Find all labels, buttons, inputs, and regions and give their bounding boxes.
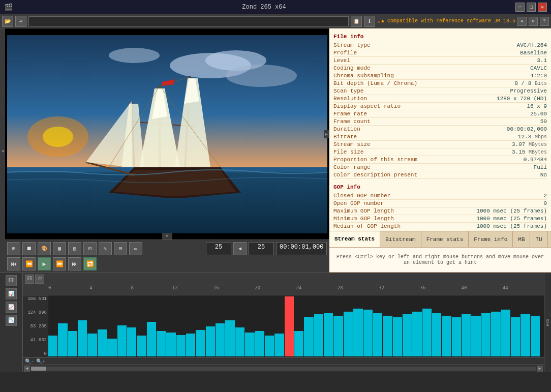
chart-bar-icon[interactable]: 📊 <box>6 288 17 299</box>
chart-bar[interactable] <box>216 323 225 356</box>
video-right-expand[interactable]: ▶ <box>324 130 329 138</box>
tab-bitstream[interactable]: Bitstream <box>380 231 421 247</box>
go-end-button[interactable]: ⏭ <box>68 257 81 270</box>
chart-area-icon[interactable]: 📉 <box>6 315 17 326</box>
chart-bar[interactable] <box>157 331 166 356</box>
timeline-chart[interactable]: 166 531124 89883 26541 6320 <box>23 295 544 357</box>
copy-button[interactable]: 📋 <box>351 16 362 27</box>
chart-bar[interactable] <box>373 313 382 356</box>
file-path-input[interactable]: ... SDK x64\Samples\Media\output\output.… <box>28 16 349 26</box>
film-icon[interactable]: 🎞 <box>6 275 17 286</box>
chart-bar[interactable] <box>304 317 313 356</box>
timeline-film-icon[interactable]: 🎞 <box>25 275 34 284</box>
chart-bar[interactable] <box>98 329 107 356</box>
tab-frame-stats[interactable]: Frame stats <box>421 231 469 247</box>
chart-bar[interactable] <box>265 336 274 356</box>
close-button[interactable]: ✕ <box>538 3 547 12</box>
chart-bar[interactable] <box>403 314 412 356</box>
chart-bar[interactable] <box>324 313 333 356</box>
settings-icon[interactable]: ≡ <box>517 17 527 26</box>
chart-bar[interactable] <box>442 316 451 356</box>
chart-bar[interactable] <box>176 335 186 356</box>
chart-bar[interactable] <box>147 322 156 356</box>
chart-bar[interactable] <box>531 316 540 356</box>
chart-bar[interactable] <box>422 309 432 356</box>
color-button[interactable]: 🎨 <box>38 242 51 255</box>
chart-bar[interactable] <box>225 320 234 356</box>
chart-bar[interactable] <box>452 317 461 356</box>
left-expand-button[interactable]: ◀ <box>0 28 5 273</box>
open-folder-button[interactable]: 📂 <box>2 16 13 27</box>
chart-bar[interactable] <box>294 331 303 356</box>
zoom-in-icon[interactable]: 🔍+ <box>36 358 45 365</box>
maximize-button[interactable]: □ <box>527 3 536 12</box>
chart-bar[interactable] <box>127 327 136 356</box>
chart-bar[interactable] <box>87 334 97 356</box>
scroll-thumb[interactable] <box>31 367 46 371</box>
chart-bar[interactable] <box>245 333 254 356</box>
chart-bar[interactable] <box>491 312 500 357</box>
chart-bar[interactable] <box>137 336 146 356</box>
frame-button[interactable]: ▭ <box>129 242 142 255</box>
zoom-out-icon[interactable]: 🔍- <box>25 358 34 365</box>
chart-bar[interactable] <box>432 313 441 356</box>
chart-bar[interactable] <box>363 310 373 356</box>
step-back-button[interactable]: ⏪ <box>22 257 36 270</box>
chart-bar[interactable] <box>521 314 530 356</box>
play-button[interactable]: ▶ <box>38 257 51 270</box>
chart-bar[interactable] <box>314 314 323 356</box>
chart-bar[interactable] <box>274 334 284 356</box>
config-button[interactable]: ⚙ <box>529 17 538 26</box>
chart-bar[interactable] <box>481 313 491 356</box>
loop-button[interactable]: 🔁 <box>83 257 97 270</box>
frame-prev[interactable]: ◀ <box>233 242 247 255</box>
frame-current[interactable]: 25 <box>206 242 231 255</box>
chart-bar[interactable] <box>412 312 421 357</box>
chart-bar[interactable] <box>206 326 215 356</box>
pencil-button[interactable]: ✎ <box>99 242 112 255</box>
chart-line-icon[interactable]: 📈 <box>6 301 17 313</box>
chart-bar[interactable] <box>186 334 195 356</box>
chart-bar[interactable] <box>501 310 510 356</box>
grid2-button[interactable]: ▤ <box>68 242 81 255</box>
select-button[interactable]: ⊟ <box>114 242 127 255</box>
chart-bar[interactable] <box>107 339 116 356</box>
tab-tu[interactable]: TU <box>530 231 547 247</box>
timeline-scrollbar[interactable]: ◀ ▶ <box>23 365 544 372</box>
grid-button[interactable]: ▦ <box>53 242 66 255</box>
tab-frame-info[interactable]: Frame info <box>469 231 513 247</box>
timeline-clock-icon[interactable]: ⏱ <box>35 275 44 284</box>
chart-bar[interactable] <box>68 331 77 356</box>
chart-bar[interactable] <box>48 336 57 356</box>
chart-bar[interactable] <box>333 316 343 356</box>
tab-quality[interactable]: Quality <box>548 231 551 247</box>
chart-bar[interactable] <box>117 325 127 356</box>
help-button[interactable]: ? <box>540 17 549 26</box>
chart-bar[interactable] <box>511 317 520 356</box>
tab-mb[interactable]: MB <box>513 231 530 247</box>
chart-bar[interactable] <box>58 323 67 356</box>
video-bottom-expand[interactable]: ▼ <box>162 233 172 239</box>
minimize-button[interactable]: ─ <box>515 3 525 12</box>
go-start-button[interactable]: ⏮ <box>7 257 20 270</box>
resize-button[interactable]: ⊡ <box>83 242 97 255</box>
scroll-right-arrow[interactable]: ▶ <box>537 366 543 372</box>
chart-bar[interactable] <box>166 333 175 356</box>
chart-bar[interactable] <box>471 316 480 356</box>
info-scroll-area[interactable]: File info Stream typeAVC/H.264ProfileBas… <box>329 28 551 231</box>
scroll-left-arrow[interactable]: ◀ <box>24 366 30 372</box>
chart-bar[interactable] <box>344 312 353 357</box>
info-button[interactable]: ℹ <box>364 16 375 27</box>
tab-stream-stats[interactable]: Stream stats <box>329 231 380 247</box>
chart-bar[interactable] <box>285 296 294 356</box>
chart-bar[interactable] <box>255 331 264 356</box>
chart-bar[interactable] <box>196 330 205 356</box>
crop-button[interactable]: ⊞ <box>7 242 20 255</box>
zoom-out-ctrl[interactable]: 🔲 <box>22 242 36 255</box>
chart-bar[interactable] <box>393 317 402 356</box>
step-forward-button[interactable]: ⏩ <box>53 257 66 270</box>
chart-bar[interactable] <box>78 320 87 356</box>
rewind-button[interactable]: ↩ <box>15 16 26 27</box>
chart-bar[interactable] <box>235 327 244 356</box>
chart-bar[interactable] <box>462 314 471 356</box>
